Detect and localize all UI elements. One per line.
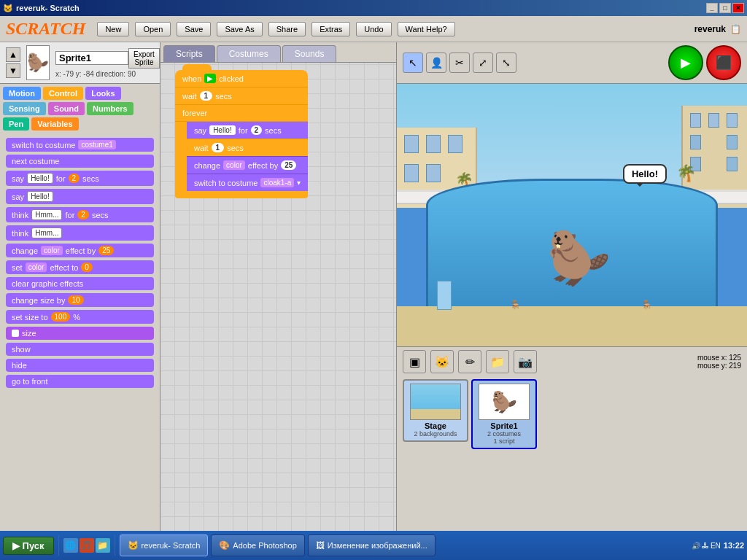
block-next-costume[interactable]: next costume bbox=[6, 155, 154, 168]
category-control[interactable]: Control bbox=[43, 87, 83, 100]
category-sensing[interactable]: Sensing bbox=[3, 102, 46, 115]
block-say-hello[interactable]: say Hello! for 2 secs bbox=[187, 122, 308, 139]
expand-tool[interactable]: ⤢ bbox=[473, 52, 493, 73]
sprite1-thumb-costumes: 2 costumes bbox=[487, 430, 521, 438]
sprite-library-btn[interactable]: 🐱 bbox=[430, 350, 454, 373]
sprite-name-input[interactable] bbox=[55, 51, 128, 65]
block-say[interactable]: say Hello! bbox=[6, 189, 154, 204]
block-think-for[interactable]: think Hmm... for 2 secs bbox=[6, 207, 154, 222]
undo-button[interactable]: Undo bbox=[356, 22, 391, 36]
tab-sounds[interactable]: Sounds bbox=[282, 45, 337, 62]
maximize-button[interactable]: □ bbox=[719, 3, 731, 13]
tab-costumes[interactable]: Costumes bbox=[217, 45, 281, 62]
app-icon: 🐱 bbox=[3, 4, 13, 13]
clock: 13:22 bbox=[724, 541, 744, 550]
app: SCRATCH New Open Save Save As Share Extr… bbox=[0, 16, 747, 531]
paint-btn[interactable]: ✏ bbox=[458, 350, 481, 373]
taskbar-item-images[interactable]: 🖼 Изменение изображений... bbox=[308, 534, 436, 556]
stage-thumbnail[interactable]: Stage 2 backgrounds bbox=[403, 379, 468, 442]
sprite-nav-up[interactable]: ▲ bbox=[6, 47, 20, 62]
shrink-tool[interactable]: ⤡ bbox=[496, 52, 516, 73]
category-numbers[interactable]: Numbers bbox=[87, 102, 133, 115]
taskbar-item-scratch[interactable]: 🐱 reveruk- Scratch bbox=[120, 534, 209, 556]
chair-left: 🪑 bbox=[510, 300, 521, 310]
share-button[interactable]: Share bbox=[268, 22, 306, 36]
user-icon: 📋 bbox=[730, 24, 741, 34]
sprite-coords: x: -79 y: -84 direction: 90 bbox=[55, 70, 160, 78]
stage-toolbar: ↖ 👤 ✂ ⤢ ⤡ ▶ ⬛ bbox=[397, 42, 747, 84]
extras-button[interactable]: Extras bbox=[311, 22, 350, 36]
block-change-size[interactable]: change size by 10 bbox=[6, 293, 154, 307]
stage-view: 🌴 🌴 ☂ ☂ 🪑 🪑 🦫 bbox=[397, 84, 747, 346]
pool-ground bbox=[397, 306, 747, 346]
taskbar-item-photoshop[interactable]: 🎨 Adobe Photoshop bbox=[211, 534, 304, 556]
forever-body: say Hello! for 2 secs wait 1 secs bbox=[175, 121, 308, 191]
ql-ie[interactable]: 🌐 bbox=[63, 538, 78, 553]
block-change-color-inner[interactable]: change color effect by 25 bbox=[187, 156, 308, 174]
sprite1-thumb-name: Sprite1 bbox=[490, 421, 517, 430]
stop-button[interactable]: ⬛ bbox=[706, 45, 741, 80]
category-variables[interactable]: Variables bbox=[31, 117, 78, 131]
app-logo: SCRATCH bbox=[6, 19, 85, 39]
block-switch-costume-inner[interactable]: switch to costume cloak1-a ▾ bbox=[187, 174, 308, 191]
main-content: ▲ ▼ 🦫 Export Sprite x: -79 y: -84 direct… bbox=[0, 42, 747, 531]
block-set-size[interactable]: set size to 100 % bbox=[6, 310, 154, 324]
block-switch-costume[interactable]: switch to costume costume1 bbox=[6, 138, 154, 152]
ql-explorer[interactable]: 📁 bbox=[96, 538, 110, 553]
menubar: SCRATCH New Open Save Save As Share Extr… bbox=[0, 16, 747, 42]
tab-scripts[interactable]: Scripts bbox=[163, 45, 215, 62]
blocks-list: switch to costume costume1 next costume … bbox=[0, 133, 160, 531]
sprite-character[interactable]: 🦫 bbox=[547, 228, 611, 288]
block-forever-top[interactable]: forever bbox=[175, 104, 308, 121]
category-sound[interactable]: Sound bbox=[48, 102, 85, 115]
block-hide[interactable]: hide bbox=[6, 359, 154, 372]
block-go-to-front[interactable]: go to front bbox=[6, 375, 154, 388]
block-say-for[interactable]: say Hello! for 2 secs bbox=[6, 171, 154, 186]
save-button[interactable]: Save bbox=[177, 22, 211, 36]
block-change-color[interactable]: change color effect by 25 bbox=[6, 244, 154, 257]
start-button[interactable]: ▶ Пуск bbox=[3, 537, 54, 555]
block-think[interactable]: think Hmm... bbox=[6, 225, 154, 241]
pointer-tool[interactable]: ↖ bbox=[403, 52, 423, 73]
block-size-reporter[interactable]: size bbox=[6, 327, 154, 340]
green-flag-button[interactable]: ▶ bbox=[668, 45, 703, 80]
close-button[interactable]: ✕ bbox=[732, 3, 744, 13]
camera-btn[interactable]: 📷 bbox=[514, 350, 537, 373]
sprite-nav-down[interactable]: ▼ bbox=[6, 63, 20, 78]
sprite-name-bar: Export Sprite bbox=[55, 48, 160, 69]
scissors-tool[interactable]: ✂ bbox=[449, 52, 470, 73]
titlebar-controls[interactable]: _ □ ✕ bbox=[706, 3, 744, 13]
save-as-button[interactable]: Save As bbox=[217, 22, 262, 36]
pool-stairs bbox=[437, 281, 452, 310]
new-button[interactable]: New bbox=[97, 22, 129, 36]
script-area: Scripts Costumes Sounds when ▶ clicked bbox=[160, 42, 397, 531]
sprites-row: Stage 2 backgrounds 🦫 Sprite1 2 costumes… bbox=[397, 376, 747, 531]
category-pen[interactable]: Pen bbox=[3, 117, 29, 131]
block-show[interactable]: show bbox=[6, 343, 154, 356]
sprite1-thumb-img: 🦫 bbox=[479, 384, 530, 420]
block-wait-secs[interactable]: wait 1 secs bbox=[175, 87, 308, 104]
ql-media[interactable]: 🎵 bbox=[80, 538, 94, 553]
block-when-clicked[interactable]: when ▶ clicked bbox=[175, 70, 308, 87]
category-motion[interactable]: Motion bbox=[3, 87, 41, 100]
help-button[interactable]: Want Help? bbox=[398, 22, 455, 36]
export-sprite-button[interactable]: Export Sprite bbox=[128, 48, 160, 69]
sprite1-thumbnail[interactable]: 🦫 Sprite1 2 costumes 1 script bbox=[471, 379, 537, 449]
stage-size-btn[interactable]: ▣ bbox=[403, 350, 426, 373]
quick-launch: 🌐 🎵 📁 bbox=[63, 538, 110, 553]
taskbar: ▶ Пуск 🌐 🎵 📁 🐱 reveruk- Scratch 🎨 Adobe … bbox=[0, 531, 747, 560]
script-canvas[interactable]: when ▶ clicked wait 1 secs forever bbox=[160, 63, 396, 531]
sys-tray: 🔊 🖧 EN bbox=[692, 542, 721, 550]
block-set-color[interactable]: set color effect to 0 bbox=[6, 260, 154, 274]
folder-btn[interactable]: 📁 bbox=[486, 350, 509, 373]
speech-bubble: Hello! bbox=[623, 164, 667, 184]
open-button[interactable]: Open bbox=[135, 22, 171, 36]
block-clear-effects[interactable]: clear graphic effects bbox=[6, 277, 154, 290]
chair-right: 🪑 bbox=[641, 300, 652, 310]
minimize-button[interactable]: _ bbox=[706, 3, 718, 13]
category-looks[interactable]: Looks bbox=[85, 87, 120, 100]
titlebar: 🐱 reveruk- Scratch _ □ ✕ bbox=[0, 0, 747, 16]
stamp-tool[interactable]: 👤 bbox=[426, 52, 446, 73]
titlebar-left: 🐱 reveruk- Scratch bbox=[3, 4, 80, 13]
block-wait-inner[interactable]: wait 1 secs bbox=[187, 139, 308, 156]
